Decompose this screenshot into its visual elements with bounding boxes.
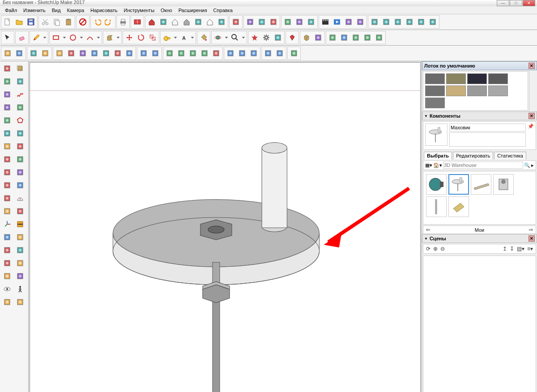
viewport-3d[interactable] <box>30 62 421 392</box>
material-swatch-1[interactable] <box>446 73 466 84</box>
save-btn[interactable] <box>25 16 37 28</box>
eraser-2-tool[interactable] <box>1 75 13 88</box>
axes-tool[interactable] <box>1 218 13 230</box>
copy-btn[interactable] <box>51 16 63 28</box>
sweep-btn[interactable] <box>100 47 112 59</box>
orbit-2-tool[interactable] <box>1 231 13 243</box>
doc-3-btn[interactable] <box>392 16 404 28</box>
dropdown-btn[interactable] <box>173 32 178 43</box>
ruby-btn[interactable] <box>286 32 298 43</box>
close-btn[interactable]: ✕ <box>523 0 535 6</box>
copy-cube-btn[interactable] <box>54 47 65 59</box>
offset-tool[interactable] <box>1 166 13 179</box>
dimension-tool[interactable] <box>1 205 13 217</box>
book-red-btn[interactable] <box>282 16 294 28</box>
house-outline-btn[interactable] <box>169 16 181 28</box>
scale-btn[interactable] <box>147 32 158 43</box>
spiral-1-btn[interactable] <box>164 47 175 59</box>
paste-btn[interactable] <box>63 16 74 28</box>
thumb-6[interactable] <box>448 196 469 217</box>
circle-btn[interactable] <box>67 32 79 43</box>
arrows-2-btn[interactable] <box>362 32 373 43</box>
curve-1-btn[interactable] <box>138 47 149 59</box>
scene-down-icon[interactable]: ↧ <box>510 246 514 252</box>
tray-close-icon[interactable]: ✕ <box>528 63 535 69</box>
push-tool[interactable] <box>14 166 26 179</box>
text-btn[interactable]: A <box>178 32 190 43</box>
materials-scrollbar[interactable] <box>529 70 537 111</box>
zoom-extents-tool[interactable] <box>1 257 13 269</box>
position-camera-tool[interactable] <box>1 270 13 282</box>
menu-extensions[interactable]: Расширения <box>175 7 210 13</box>
menu-edit[interactable]: Изменить <box>20 7 49 13</box>
red-plugin-btn[interactable] <box>244 16 256 28</box>
extrude-btn[interactable] <box>89 47 100 59</box>
component-tool[interactable] <box>14 62 26 75</box>
tape-2-tool[interactable] <box>1 192 13 205</box>
material-swatch-5[interactable] <box>446 85 466 96</box>
redo-btn[interactable] <box>103 16 115 28</box>
bar-blue-btn[interactable] <box>327 32 338 43</box>
doc-5-btn[interactable] <box>415 16 427 28</box>
timeline-a-btn[interactable] <box>343 16 354 28</box>
circle-2-tool[interactable] <box>1 114 13 127</box>
eraser-btn[interactable] <box>16 32 28 43</box>
menu-camera[interactable]: Камера <box>64 7 87 13</box>
print-btn[interactable] <box>117 16 129 28</box>
stack-btn[interactable] <box>272 32 284 43</box>
nav-back-icon[interactable]: ⇦ <box>426 227 430 233</box>
polygon-tool[interactable] <box>14 114 26 127</box>
box-2-btn[interactable] <box>192 16 204 28</box>
sandbox-1-tool[interactable] <box>1 296 13 308</box>
rotate-2-tool[interactable] <box>14 153 26 166</box>
dropdown-btn[interactable] <box>79 32 84 43</box>
scenes-header[interactable]: Сцены ✕ <box>422 234 537 243</box>
zoom-btn[interactable] <box>229 32 241 43</box>
prev-view-tool[interactable] <box>14 257 26 269</box>
undo-btn[interactable] <box>91 16 103 28</box>
green-plugin-btn[interactable] <box>268 16 279 28</box>
scene-menu-icon[interactable]: ▤▾ <box>517 246 524 252</box>
scene-remove-icon[interactable]: ⊖ <box>440 246 445 252</box>
scale-3-tool[interactable] <box>14 179 26 192</box>
scale-2-btn[interactable] <box>124 47 135 59</box>
select-arrow-btn[interactable] <box>2 32 13 43</box>
doc-1-btn[interactable] <box>369 16 380 28</box>
gear-btn[interactable] <box>260 32 272 43</box>
scenes-close-icon[interactable]: ✕ <box>528 235 535 242</box>
sandbox-2-tool[interactable] <box>14 296 26 308</box>
extension-gl-btn[interactable] <box>230 16 242 28</box>
loft-btn[interactable] <box>77 47 89 59</box>
house-simple-btn[interactable] <box>204 16 216 28</box>
paint-tool[interactable] <box>14 75 26 88</box>
eye-tool[interactable] <box>1 283 13 295</box>
component-description[interactable] <box>449 132 526 147</box>
doc-6-btn[interactable] <box>427 16 439 28</box>
menu-tools[interactable]: Инструменты <box>120 7 158 13</box>
dropdown-btn[interactable] <box>190 32 195 43</box>
thumb-4[interactable] <box>493 174 514 195</box>
box-1-btn[interactable] <box>158 16 169 28</box>
menu-file[interactable]: Файл <box>2 7 20 13</box>
star-tool-btn[interactable] <box>249 32 260 43</box>
components-header[interactable]: Компоненты ✕ <box>422 111 537 120</box>
dropdown-btn[interactable] <box>42 32 47 43</box>
maximize-btn[interactable]: □ <box>510 0 522 6</box>
home-icon[interactable]: 🏠▾ <box>433 162 442 168</box>
menu-help[interactable]: Справка <box>210 7 236 13</box>
minimize-btn[interactable]: — <box>497 0 509 6</box>
walk-tool[interactable] <box>14 283 26 295</box>
align-2-btn[interactable] <box>274 47 286 59</box>
box-3d-btn[interactable] <box>301 32 312 43</box>
material-swatch-6[interactable] <box>467 85 487 96</box>
material-swatch-8[interactable] <box>425 98 445 108</box>
open-file-btn[interactable] <box>13 16 25 28</box>
material-swatch-7[interactable] <box>488 85 508 96</box>
pan-tool[interactable] <box>14 231 26 243</box>
dropdown-btn[interactable] <box>115 32 121 43</box>
bar-red-btn[interactable] <box>338 32 350 43</box>
arc-btn[interactable] <box>84 32 96 43</box>
select-tool[interactable] <box>1 62 13 75</box>
dropdown-btn[interactable] <box>224 32 229 43</box>
panel-c-btn[interactable] <box>248 47 260 59</box>
